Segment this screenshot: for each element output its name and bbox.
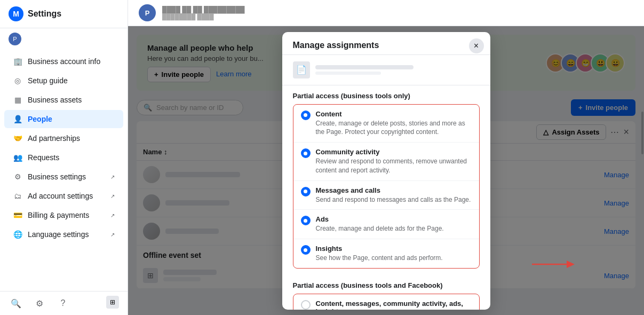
external-link-icon: ↗ xyxy=(110,174,115,180)
radio-insights[interactable] xyxy=(301,245,311,255)
option-content-text: Content Create, manage or delete posts, … xyxy=(316,110,472,137)
radio-messages[interactable] xyxy=(301,187,311,196)
modal-page-row: 📄 xyxy=(282,55,490,85)
sidebar-header: M Settings xyxy=(0,0,128,28)
page-sub-bar xyxy=(315,72,381,75)
partial-business-options: Content Create, manage or delete posts, … xyxy=(293,104,480,269)
billing-icon: 💳 xyxy=(13,210,22,220)
radio-ads[interactable] xyxy=(301,216,311,225)
requests-icon: 👥 xyxy=(13,153,22,162)
business-settings-icon: ⚙ xyxy=(13,172,22,182)
red-arrow-indicator xyxy=(532,256,575,272)
sidebar-search-icon[interactable]: 🔍 xyxy=(9,296,23,311)
modal-overlay: Manage assignments × 📄 Partial access (b… xyxy=(128,26,644,315)
topbar-account: ████████ ████ xyxy=(162,13,245,20)
topbar-user-info: ████ ██ ██ █████████ ████████ ████ xyxy=(162,6,245,20)
sidebar-item-label: Requests xyxy=(28,153,115,162)
sidebar-item-billing-payments[interactable]: 💳 Billing & payments ↗ xyxy=(4,206,123,224)
manage-assignments-modal: Manage assignments × 📄 Partial access (b… xyxy=(282,32,490,310)
sidebar-item-label: Business assets xyxy=(28,96,115,104)
setup-guide-icon: ◎ xyxy=(13,76,22,85)
sidebar-item-business-account-info[interactable]: 🏢 Business account info xyxy=(4,52,123,70)
sidebar-item-label: Language settings xyxy=(28,230,105,239)
sidebar-item-ad-partnerships[interactable]: 🤝 Ad partnerships xyxy=(4,129,123,147)
modal-header: Manage assignments × xyxy=(282,32,490,55)
partial-business-section: Partial access (business tools only) Con… xyxy=(282,85,490,269)
external-link-icon: ↗ xyxy=(110,193,115,199)
topbar-username: ████ ██ ██ █████████ xyxy=(162,6,245,13)
sidebar-user-avatar[interactable]: P xyxy=(9,33,21,45)
sidebar-settings-icon[interactable]: ⚙ xyxy=(32,296,47,311)
option-messages-text: Messages and calls Send and respond to m… xyxy=(316,186,471,204)
radio-content[interactable] xyxy=(301,111,311,120)
expand-sidebar-btn[interactable]: ⊞ xyxy=(106,296,119,309)
sidebar-title: Settings xyxy=(28,9,61,19)
page-icon: 📄 xyxy=(293,61,310,78)
modal-close-button[interactable]: × xyxy=(469,38,484,53)
external-link-icon: ↗ xyxy=(110,212,115,218)
sidebar-item-label: People xyxy=(28,115,115,123)
option-community-text: Community activity Review and respond to… xyxy=(316,148,472,175)
sidebar-item-business-assets[interactable]: ▦ Business assets xyxy=(4,91,123,109)
sidebar-item-requests[interactable]: 👥 Requests xyxy=(4,148,123,167)
ad-partnerships-icon: 🤝 xyxy=(13,133,22,143)
option-insights-text: Insights See how the Page, content and a… xyxy=(316,245,443,263)
option-community[interactable]: Community activity Review and respond to… xyxy=(293,143,479,181)
external-link-icon: ↗ xyxy=(110,232,115,238)
sidebar-item-label: Business settings xyxy=(28,172,105,181)
sidebar-item-ad-account-settings[interactable]: 🗂 Ad account settings ↗ xyxy=(4,187,123,205)
sidebar-item-language-settings[interactable]: 🌐 Language settings ↗ xyxy=(4,225,123,243)
option-partial-fb-text: Content, messages, community activity, a… xyxy=(316,300,472,309)
page-name-bar xyxy=(315,65,414,69)
modal-title: Manage assignments xyxy=(293,41,480,50)
option-content[interactable]: Content Create, manage or delete posts, … xyxy=(293,105,479,143)
sidebar-item-label: Setup guide xyxy=(28,76,115,85)
people-icon: 👤 xyxy=(13,114,22,124)
main-content: P ████ ██ ██ █████████ ████████ ████ Man… xyxy=(128,0,644,315)
option-partial-fb[interactable]: Content, messages, community activity, a… xyxy=(293,294,479,309)
sidebar-item-business-settings[interactable]: ⚙ Business settings ↗ xyxy=(4,168,123,186)
option-ads[interactable]: Ads Create, manage and delete ads for th… xyxy=(293,210,479,239)
sidebar-item-setup-guide[interactable]: ◎ Setup guide xyxy=(4,72,123,90)
sidebar-nav: 🏢 Business account info ◎ Setup guide ▦ … xyxy=(0,50,128,291)
business-account-icon: 🏢 xyxy=(13,57,22,66)
content-area: Manage all people who help Here you can … xyxy=(128,26,644,315)
sidebar-item-label: Billing & payments xyxy=(28,211,105,219)
option-ads-text: Ads Create, manage and delete ads for th… xyxy=(316,215,444,233)
meta-logo: M xyxy=(9,6,23,21)
partial-facebook-title: Partial access (business tools and Faceb… xyxy=(293,281,480,289)
topbar-avatar: P xyxy=(139,4,156,21)
sidebar-item-label: Ad account settings xyxy=(28,192,105,200)
option-insights[interactable]: Insights See how the Page, content and a… xyxy=(293,239,479,268)
ad-account-settings-icon: 🗂 xyxy=(13,191,22,201)
sidebar: M Settings P 🏢 Business account info ◎ S… xyxy=(0,0,128,315)
business-assets-icon: ▦ xyxy=(13,95,22,105)
sidebar-item-people[interactable]: 👤 People xyxy=(4,110,123,128)
partial-business-title: Partial access (business tools only) xyxy=(293,92,480,100)
option-messages[interactable]: Messages and calls Send and respond to m… xyxy=(293,181,479,210)
sidebar-bottom: 🔍 ⚙ ? ⊞ xyxy=(0,291,128,315)
language-icon: 🌐 xyxy=(13,230,22,239)
radio-community[interactable] xyxy=(301,148,311,158)
partial-facebook-section: Partial access (business tools and Faceb… xyxy=(282,275,490,309)
radio-partial-fb[interactable] xyxy=(301,300,311,309)
svg-marker-1 xyxy=(567,261,575,268)
sidebar-item-label: Ad partnerships xyxy=(28,134,115,143)
sidebar-help-icon[interactable]: ? xyxy=(55,296,70,311)
topbar: P ████ ██ ██ █████████ ████████ ████ xyxy=(128,0,644,26)
sidebar-item-label: Business account info xyxy=(28,57,115,66)
partial-facebook-options: Content, messages, community activity, a… xyxy=(293,294,480,309)
